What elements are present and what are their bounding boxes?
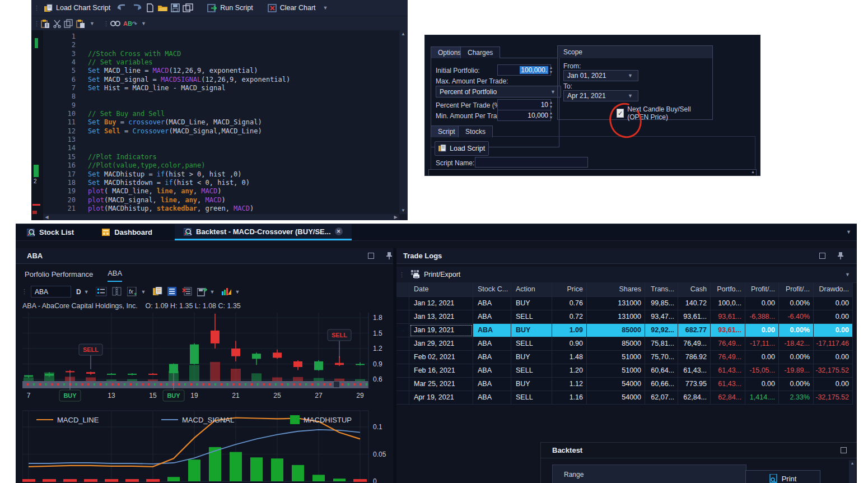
code-line[interactable]: 5Set MACD_line = MACD(12,26,9, exponenti… <box>43 67 399 75</box>
print-button[interactable]: Print <box>745 470 820 483</box>
maximize-icon[interactable] <box>368 253 374 259</box>
tab-close-icon[interactable]: ✕ <box>335 227 343 235</box>
toolbar-drag-handle[interactable]: ⋮ <box>34 4 38 12</box>
tab-dashboard[interactable]: Dashboard <box>93 224 161 240</box>
column-header[interactable]: Profit/... <box>779 282 814 297</box>
trade-logs-toolbar-handle[interactable]: ⋮ <box>399 271 403 278</box>
subtab-portfolio-performance[interactable]: Porfolio Performance <box>25 270 93 282</box>
column-header[interactable]: Drawdo... <box>814 282 853 297</box>
code-line[interactable]: 19plot( MACD_line, line, any, MACD) <box>43 187 399 196</box>
scroll-left-icon[interactable]: ◀ <box>43 214 50 220</box>
load-script-button[interactable]: Load Script <box>435 141 489 156</box>
backtest-scroll-up-icon[interactable]: ▲ <box>849 461 856 465</box>
max-amount-dropdown[interactable]: Percent of Portfolio▼ <box>436 86 561 97</box>
tab-backtest[interactable]: Backtest - MACD-Crossover (BUY/SE... ✕ <box>175 224 352 240</box>
scroll-down-icon[interactable]: ▼ <box>399 207 407 214</box>
tab-stocks[interactable]: Stocks <box>458 126 493 137</box>
macd-indicator-chart[interactable]: 00.050.1MACD_LINEMACD_SIGNALMACDHISTUP <box>22 406 393 483</box>
scroll-up-icon[interactable]: ▲ <box>399 30 407 38</box>
trade-log-row[interactable]: Jan 12, 2021ABABUY0.7613100099,85...140.… <box>396 297 853 310</box>
load-chart-script-button[interactable]: Load Chart Script <box>40 3 114 13</box>
symbol-input[interactable]: ABA <box>31 286 71 298</box>
column-header[interactable]: Date <box>409 282 473 297</box>
editor-horizontal-scrollbar[interactable]: ◀ ▶ <box>43 214 399 220</box>
column-header[interactable]: Shares <box>587 282 645 297</box>
column-header[interactable]: Trans... <box>645 282 678 297</box>
next-candle-checkbox[interactable]: ✓ <box>617 109 624 118</box>
min-amount-input[interactable]: 10,000 <box>497 110 551 121</box>
code-line[interactable]: 18Set MACDhistdown = if(hist < 0, hist, … <box>43 179 399 187</box>
split-view-icon[interactable] <box>112 287 122 296</box>
code-line[interactable]: 13 <box>43 136 399 144</box>
tab-charges[interactable]: Charges <box>460 47 500 58</box>
next-candle-checkbox-row[interactable]: ✓ Next Candle Buy/Sell (OPEN Price) <box>617 105 712 121</box>
code-line[interactable]: 11Set Buy = crossover(MACD_Line, MACD_Si… <box>43 118 399 127</box>
code-line[interactable]: 7Set Hist = MACD_line - MACD_signal <box>43 84 399 92</box>
column-header[interactable]: Action <box>511 282 552 297</box>
code-line[interactable]: 3//Stoch Cross with MACD <box>43 50 399 58</box>
code-line[interactable]: 20plot(MACD_signal, line, any, MACD) <box>43 196 399 205</box>
clear-chart-caret-icon[interactable]: ▼ <box>321 5 330 11</box>
script-name-input[interactable] <box>475 157 588 168</box>
find-icon[interactable] <box>110 19 121 28</box>
trade-log-row[interactable]: Jan 13, 2021ABASELL0.7213100093,47...93,… <box>396 310 853 324</box>
code-line[interactable]: 9 <box>43 101 399 110</box>
code-line[interactable]: 4// Set variables <box>43 58 399 67</box>
chart-toolbar-handle[interactable]: ⋮ <box>21 288 26 295</box>
tab-stock-list[interactable]: Stock List <box>18 224 83 240</box>
initial-portfolio-spinner[interactable]: ▲▼ <box>548 64 554 75</box>
print-export-button[interactable]: Print/Export <box>408 269 464 280</box>
trade-logs-maximize-icon[interactable] <box>819 253 825 259</box>
trade-log-row[interactable]: Feb 16, 2021ABASELL1.205100060,64...61,4… <box>396 364 853 378</box>
code-line[interactable]: 2 <box>43 41 399 49</box>
code-editor[interactable]: 123//Stoch Cross with MACD4// Set variab… <box>43 30 399 214</box>
initial-portfolio-input[interactable]: 100,000. <box>497 64 551 76</box>
trade-logs-caret-icon[interactable]: ▼ <box>845 272 850 277</box>
code-line[interactable]: 14 <box>43 144 399 152</box>
save-icon[interactable] <box>171 3 180 12</box>
report-icon[interactable] <box>167 287 177 296</box>
paste-special-icon[interactable] <box>76 19 86 29</box>
backtest-maximize-icon[interactable] <box>841 447 847 453</box>
undo-icon[interactable] <box>116 3 128 12</box>
subtab-aba[interactable]: ABA <box>108 269 122 282</box>
min-amount-spinner[interactable]: ▲▼ <box>548 110 554 120</box>
code-line[interactable]: 8 <box>43 92 399 101</box>
scope-to-dropdown[interactable]: Apr 21, 2021▼ <box>563 90 638 101</box>
new-script-icon[interactable] <box>145 3 155 12</box>
editor-vertical-scrollbar[interactable]: ▲ ▼ <box>399 30 407 214</box>
run-script-button[interactable]: Run Script <box>204 3 256 13</box>
chart-style-button[interactable]: ▼ <box>221 287 241 296</box>
column-header[interactable]: Portfo... <box>711 282 745 297</box>
trade-log-row[interactable]: →Jan 19, 2021ABABUY1.098500092,92...682.… <box>396 324 853 337</box>
paste-caret-icon[interactable]: ▼ <box>88 21 96 26</box>
scope-from-dropdown[interactable]: Jan 01, 2021▼ <box>563 70 638 81</box>
tabbar-overflow-caret-icon[interactable]: ▼ <box>846 229 851 235</box>
paste-icon[interactable] <box>40 19 50 29</box>
watchlist-icon[interactable] <box>96 287 107 296</box>
column-header[interactable]: Stock C... <box>473 282 511 297</box>
percent-spinner[interactable]: ▲▼ <box>548 99 554 109</box>
save-chart-button[interactable]: ▼ <box>197 287 217 296</box>
candlestick-chart[interactable]: 0.60.91.21.51.8713151921252729BUYSELLBUY… <box>22 308 393 405</box>
code-line[interactable]: 21plot(MACDhistup, stackedbar, green, MA… <box>43 205 399 213</box>
code-line[interactable]: 16//Plot(value,type,color,pane) <box>43 161 399 170</box>
clear-chart-button[interactable]: Clear Chart <box>264 3 319 13</box>
trade-log-row[interactable]: Mar 25, 2021ABABUY1.125400060,66...773.9… <box>396 378 853 391</box>
toolbar2-drag-handle[interactable]: ⋮ <box>34 20 38 27</box>
trade-log-row[interactable]: Feb 02, 2021ABABUY1.485100075,70...786.9… <box>396 351 853 364</box>
trade-log-row[interactable]: Apr 19, 2021ABASELL1.165400062,07...62,8… <box>396 391 853 405</box>
trade-logs-pin-icon[interactable] <box>838 252 843 259</box>
redo-icon[interactable] <box>130 3 143 12</box>
find-caret-icon[interactable]: ▼ <box>139 21 148 26</box>
indicator-fx-button[interactable]: fx+▼ <box>127 287 148 296</box>
dialog-scroll-up-icon[interactable]: ▲ <box>751 170 755 174</box>
code-line[interactable]: 12Set Sell = Crossover(MACD_Signal,MACD_… <box>43 127 399 136</box>
column-header[interactable]: Profit/... <box>745 282 779 297</box>
code-line[interactable]: 10// Set Buy and Sell <box>43 110 399 118</box>
orange-script-icon[interactable] <box>153 287 162 296</box>
delete-list-icon[interactable] <box>182 287 192 296</box>
trade-log-row[interactable]: Jan 29, 2021ABASELL0.908500075,81...76,4… <box>396 337 853 351</box>
code-line[interactable]: 6Set MACD_signal = MACDSIGNAL(12,26,9, e… <box>43 76 399 84</box>
percent-per-trade-input[interactable]: 10 <box>497 99 551 110</box>
